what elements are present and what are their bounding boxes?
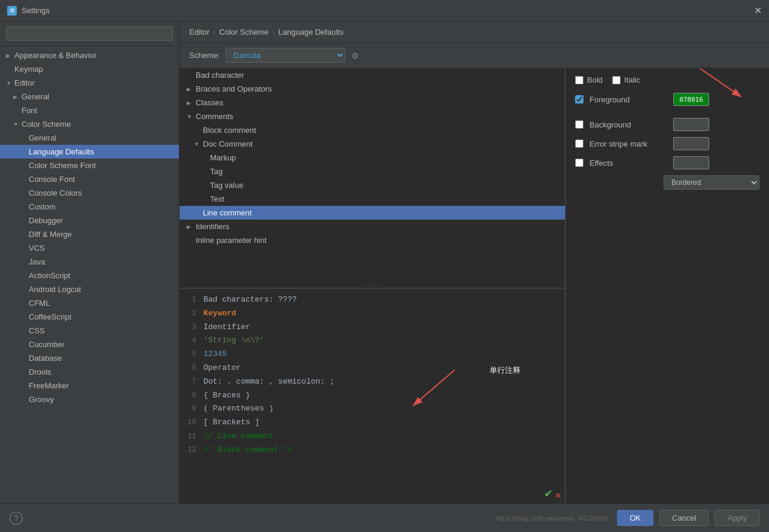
- sidebar-item-language-defaults[interactable]: Language Defaults: [0, 145, 179, 159]
- foreground-checkbox[interactable]: [575, 95, 583, 104]
- italic-checkbox[interactable]: [612, 76, 621, 84]
- line-num: 10: [180, 417, 196, 428]
- effects-checkbox[interactable]: [575, 159, 583, 167]
- ltree-item-markup[interactable]: Markup: [180, 151, 565, 165]
- breadcrumb-color-scheme[interactable]: Color Scheme: [219, 28, 268, 37]
- app-icon: ⚙: [7, 6, 17, 16]
- ltree-item-classes[interactable]: ▶ Classes: [180, 96, 565, 110]
- breadcrumb-sep1: ›: [213, 28, 215, 37]
- code-content: // Line comment: [203, 430, 273, 443]
- bottom-left: ?: [10, 512, 23, 525]
- sidebar-item-vcs[interactable]: VCS: [0, 241, 179, 255]
- sidebar-item-general[interactable]: ▶ General: [0, 90, 179, 104]
- sidebar-item-cfml[interactable]: CFML: [0, 296, 179, 310]
- bold-label[interactable]: Bold: [575, 75, 603, 84]
- ltree-item-tag-value[interactable]: Tag value: [180, 178, 565, 192]
- error-stripe-label: Error stripe mark: [589, 139, 667, 148]
- apply-button[interactable]: Apply: [715, 510, 759, 526]
- sidebar-item-color-scheme-font[interactable]: Color Scheme Font: [0, 159, 179, 172]
- sidebar-item-color-scheme[interactable]: ▼ Color Scheme: [0, 117, 179, 131]
- ltree-item-tag[interactable]: Tag: [180, 165, 565, 178]
- ltree-item-comments[interactable]: ▼ Comments: [180, 110, 565, 123]
- sidebar-item-label: CFML: [29, 299, 50, 308]
- italic-label[interactable]: Italic: [612, 75, 640, 84]
- close-button[interactable]: ✕: [754, 6, 762, 16]
- sidebar-item-diff-merge[interactable]: Diff & Merge: [0, 227, 179, 241]
- code-content: Identifier: [203, 321, 250, 334]
- code-content: ( Parentheses ): [203, 403, 273, 415]
- sidebar-item-font[interactable]: Font: [0, 104, 179, 117]
- sidebar-item-editor[interactable]: ▼ Editor: [0, 76, 179, 90]
- ltree-item-identifiers[interactable]: ▶ Identifiers: [180, 220, 565, 233]
- sidebar-item-label: ActionScript: [29, 271, 70, 280]
- sidebar-item-database[interactable]: Database: [0, 351, 179, 365]
- style-options-row: Bold Italic: [575, 75, 759, 84]
- scheme-gear-icon[interactable]: ⚙: [351, 51, 359, 60]
- code-line-1: 1 Bad characters: ????: [180, 293, 565, 307]
- effects-type-select[interactable]: Bordered: [664, 175, 759, 190]
- ltree-item-text[interactable]: Text: [180, 192, 565, 206]
- right-panel: Bold Italic Foreground 078016: [566, 68, 769, 503]
- sidebar-item-coffeescript[interactable]: CoffeeScript: [0, 310, 179, 324]
- sidebar-item-debugger[interactable]: Debugger: [0, 214, 179, 227]
- code-line-11: 11 // Line comment: [180, 430, 565, 443]
- code-content: Operator: [203, 362, 241, 375]
- error-stripe-color-box[interactable]: [673, 137, 709, 150]
- line-num: 7: [180, 376, 196, 388]
- cancel-button[interactable]: Cancel: [659, 510, 709, 526]
- sidebar-item-java[interactable]: Java: [0, 255, 179, 269]
- breadcrumb-language-defaults[interactable]: Language Defaults: [278, 28, 344, 37]
- ltree-item-label: Identifiers: [196, 222, 229, 231]
- sidebar-item-label: Cucumber: [29, 340, 65, 349]
- ok-button[interactable]: OK: [617, 510, 654, 526]
- sidebar-item-custom[interactable]: Custom: [0, 200, 179, 214]
- ltree-item-label: Bad character: [196, 71, 244, 80]
- sidebar-item-console-font[interactable]: Console Font: [0, 172, 179, 186]
- code-content: Bad characters: ????: [203, 294, 297, 306]
- ltree-item-label: Classes: [196, 98, 223, 107]
- sidebar-item-android-logcat[interactable]: Android Logcat: [0, 282, 179, 296]
- background-color-box[interactable]: [673, 118, 709, 131]
- ltree-item-doc-comment[interactable]: ▼ Doc Comment: [180, 137, 565, 151]
- breadcrumb-editor[interactable]: Editor: [189, 28, 209, 37]
- left-panel: Bad character ▶ Braces and Operators ▶ C…: [180, 68, 566, 503]
- ltree-item-inline-param-hint[interactable]: Inline parameter hint: [180, 233, 565, 247]
- code-content: 12345: [203, 348, 227, 361]
- bold-checkbox[interactable]: [575, 76, 583, 84]
- sidebar-item-groovy[interactable]: Groovy: [0, 393, 179, 406]
- effects-color-box[interactable]: [673, 156, 709, 169]
- watermark: https://blog.csdn.net/weixin_44220680: [496, 515, 607, 522]
- sidebar-item-cs-general[interactable]: General: [0, 131, 179, 145]
- sidebar-item-label: General: [29, 133, 56, 142]
- line-num: 9: [180, 403, 196, 415]
- expand-arrow: ▼: [13, 121, 19, 127]
- sidebar-item-css[interactable]: CSS: [0, 324, 179, 338]
- help-button[interactable]: ?: [10, 512, 23, 525]
- background-row: Background: [575, 118, 759, 131]
- expand-arrow: ▼: [194, 141, 200, 147]
- sidebar-item-console-colors[interactable]: Console Colors: [0, 186, 179, 200]
- search-input[interactable]: [6, 26, 173, 41]
- ltree-item-bad-char[interactable]: Bad character: [180, 68, 565, 82]
- sidebar-item-cucumber[interactable]: Cucumber: [0, 338, 179, 351]
- search-wrapper: 🔍: [6, 26, 173, 41]
- italic-text: Italic: [624, 75, 640, 84]
- resize-handle[interactable]: ,,,,: [180, 279, 565, 288]
- foreground-color-box[interactable]: 078016: [673, 93, 709, 106]
- sidebar-item-label: General: [22, 92, 49, 101]
- sidebar-item-freemarker[interactable]: FreeMarker: [0, 379, 179, 393]
- sidebar-item-actionscript[interactable]: ActionScript: [0, 269, 179, 282]
- sidebar-item-label: Appearance & Behavior: [14, 51, 96, 60]
- effects-dropdown-wrapper: Bordered: [575, 175, 759, 190]
- bold-text: Bold: [587, 75, 603, 84]
- ltree-item-block-comment[interactable]: Block comment: [180, 123, 565, 137]
- scheme-select[interactable]: Darcula: [226, 48, 345, 63]
- error-stripe-checkbox[interactable]: [575, 139, 583, 148]
- sidebar-item-drools[interactable]: Drools: [0, 365, 179, 379]
- sidebar-item-appearance[interactable]: ▶ Appearance & Behavior: [0, 48, 179, 62]
- ltree-item-line-comment[interactable]: Line comment: [180, 206, 565, 220]
- sidebar-item-keymap[interactable]: Keymap: [0, 62, 179, 76]
- foreground-label: Foreground: [589, 95, 667, 104]
- background-checkbox[interactable]: [575, 120, 583, 129]
- ltree-item-braces[interactable]: ▶ Braces and Operators: [180, 82, 565, 96]
